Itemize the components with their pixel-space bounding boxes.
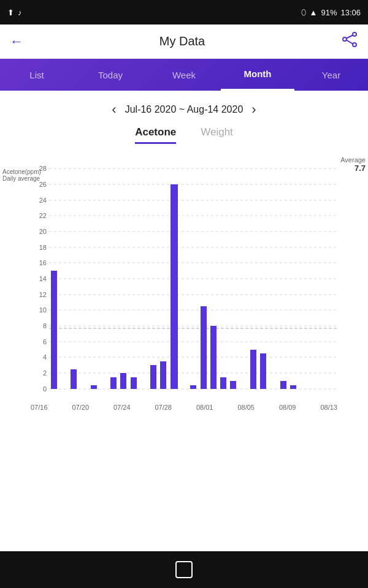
bar-0	[51, 271, 57, 389]
x-label-7: 08/13	[320, 404, 337, 411]
x-label-6: 08/09	[279, 404, 296, 411]
bar-25	[280, 381, 286, 389]
svg-text:4: 4	[43, 353, 47, 361]
svg-text:0: 0	[43, 385, 47, 393]
bar-16	[201, 306, 207, 389]
bar-7	[120, 373, 126, 389]
svg-text:10: 10	[39, 306, 47, 314]
sub-tab-weight[interactable]: Weight	[201, 126, 233, 144]
bar-15	[190, 385, 196, 389]
x-label-3: 07/28	[155, 404, 172, 411]
svg-text:6: 6	[43, 338, 47, 345]
svg-text:24: 24	[39, 197, 47, 204]
upload-icon: ⬆	[7, 8, 14, 17]
chart-area: Acetone(ppm) Daily average Average 7.7 .…	[0, 150, 368, 442]
tab-month[interactable]: Month	[221, 59, 294, 91]
share-button[interactable]	[341, 31, 358, 52]
bar-8	[131, 377, 137, 389]
sub-tab-bar: Acetone Weight	[0, 123, 368, 144]
svg-line-4	[347, 40, 353, 43]
y-axis-label: Acetone(ppm) Daily average	[2, 168, 41, 182]
home-button[interactable]	[175, 561, 193, 578]
wifi-icon: ▲	[310, 8, 318, 17]
svg-text:22: 22	[39, 212, 47, 219]
x-label-5: 08/05	[237, 404, 255, 411]
bar-19	[230, 381, 236, 389]
svg-text:8: 8	[43, 322, 47, 330]
x-label-0: 07/16	[31, 404, 48, 411]
bar-chart: .grid-line { stroke: #ccc; stroke-width:…	[31, 156, 337, 401]
svg-text:2: 2	[43, 369, 47, 377]
bar-22	[250, 350, 256, 389]
tab-today[interactable]: Today	[74, 59, 147, 91]
bar-13	[171, 184, 178, 389]
svg-line-3	[347, 35, 353, 38]
prev-date-button[interactable]: ‹	[112, 102, 116, 118]
time-display: 13:06	[340, 8, 361, 17]
date-navigation: ‹ Jul-16 2020 ~ Aug-14 2020 ›	[0, 91, 368, 123]
music-icon: ♪	[18, 8, 22, 17]
bar-17	[210, 326, 217, 389]
bottom-navigation-bar	[0, 551, 368, 588]
bar-2	[71, 369, 77, 389]
sub-tab-acetone[interactable]: Acetone	[135, 126, 176, 144]
back-button[interactable]: ←	[10, 34, 23, 50]
svg-text:18: 18	[39, 244, 47, 251]
bar-11	[150, 365, 156, 389]
svg-text:20: 20	[39, 228, 47, 235]
bar-6	[110, 377, 117, 389]
share-icon	[341, 31, 358, 48]
next-date-button[interactable]: ›	[251, 102, 256, 118]
x-axis-labels: 07/16 07/20 07/24 07/28 08/01 08/05 08/0…	[31, 401, 337, 411]
svg-text:16: 16	[39, 259, 47, 266]
x-label-4: 08/01	[196, 404, 213, 411]
bar-18	[220, 377, 226, 389]
tab-bar: List Today Week Month Year	[0, 59, 368, 91]
date-range-label: Jul-16 2020 ~ Aug-14 2020	[125, 104, 243, 115]
tab-year[interactable]: Year	[294, 59, 368, 91]
x-label-1: 07/20	[72, 404, 89, 411]
status-left-icons: ⬆ ♪	[7, 8, 22, 17]
header: ← My Data	[0, 24, 368, 59]
status-bar: ⬆ ♪ ⬯ ▲ 91% 13:06	[0, 0, 368, 24]
average-label-area: Average 7.7	[340, 156, 366, 173]
x-label-2: 07/24	[113, 404, 131, 411]
svg-point-0	[353, 32, 356, 36]
tab-week[interactable]: Week	[147, 59, 221, 91]
tab-list[interactable]: List	[0, 59, 74, 91]
bar-26	[290, 385, 296, 389]
svg-point-1	[353, 43, 356, 47]
bar-23	[260, 353, 266, 389]
svg-text:12: 12	[39, 291, 47, 298]
battery-indicator: 91%	[321, 8, 337, 17]
bluetooth-icon: ⬯	[301, 7, 306, 17]
bar-4	[91, 385, 97, 389]
bar-12	[160, 361, 166, 389]
page-title: My Data	[159, 34, 205, 48]
status-right-icons: ⬯ ▲ 91% 13:06	[301, 7, 361, 17]
svg-text:14: 14	[39, 275, 47, 282]
svg-point-2	[343, 37, 347, 41]
